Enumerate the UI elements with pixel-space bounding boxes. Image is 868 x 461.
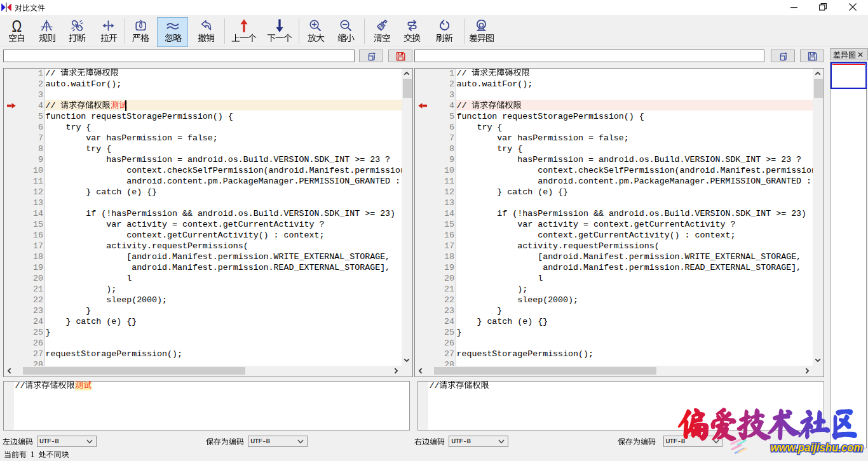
svg-text:www.paijishu.com: www.paijishu.com [771,441,864,454]
